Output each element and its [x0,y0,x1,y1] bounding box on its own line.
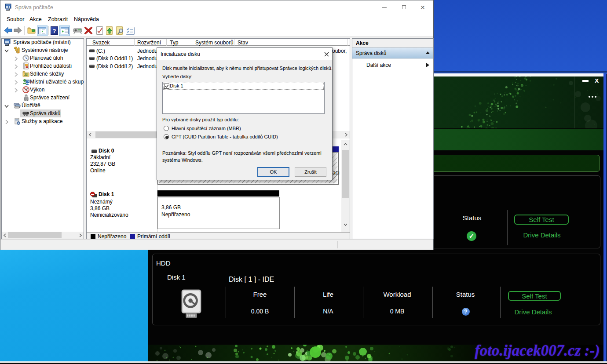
svg-text:23: 23 [24,73,28,76]
